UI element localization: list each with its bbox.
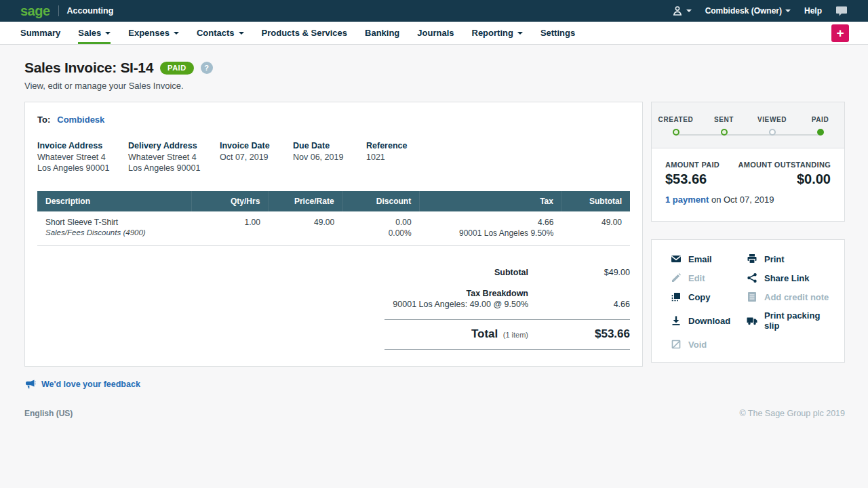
col-tax: Tax	[420, 191, 562, 211]
field-invoice-address: Invoice Address Whatever Street 4 Los An…	[37, 141, 128, 174]
download-action[interactable]: Download	[671, 310, 747, 331]
item-discount: 0.00 0.00%	[342, 211, 420, 245]
timeline-step-viewed: VIEWED	[748, 116, 796, 136]
add-credit-note-action[interactable]: Add credit note	[747, 291, 837, 302]
amount-paid-value: $53.66	[665, 171, 719, 187]
share-icon	[747, 272, 757, 283]
status-badge: PAID	[160, 62, 193, 75]
subtotal-value: $49.00	[528, 268, 630, 277]
email-action[interactable]: Email	[671, 253, 747, 264]
print-packing-slip-action[interactable]: Print packing slip	[747, 310, 837, 331]
credit-note-icon	[747, 291, 757, 302]
main-nav: Summary Sales Expenses Contacts Products…	[0, 22, 868, 45]
total-value: $53.66	[528, 327, 630, 341]
nav-item-summary[interactable]: Summary	[20, 22, 60, 44]
nav-item-contacts[interactable]: Contacts	[197, 22, 244, 44]
invoice-fields: Invoice Address Whatever Street 4 Los An…	[37, 141, 630, 174]
language-selector[interactable]: English (US)	[24, 409, 73, 418]
edit-action[interactable]: Edit	[671, 272, 747, 283]
megaphone-icon	[24, 379, 36, 390]
chevron-down-icon	[239, 32, 244, 35]
nav-item-sales[interactable]: Sales	[78, 22, 111, 44]
tax-breakdown-line: 90001 Los Angeles: 49.00 @ 9.50%	[384, 300, 528, 309]
to-label: To:	[37, 115, 50, 125]
feedback-link[interactable]: We'd love your feedback	[24, 379, 845, 390]
feedback-text: We'd love your feedback	[41, 380, 140, 389]
copy-action[interactable]: Copy	[671, 291, 747, 302]
timeline-connector	[676, 134, 820, 136]
question-icon[interactable]: ?	[201, 62, 213, 74]
field-invoice-date: Invoice Date Oct 07, 2019	[220, 141, 293, 174]
product-name: Accounting	[67, 6, 114, 16]
divider	[58, 5, 59, 16]
item-subtotal: 49.00	[561, 211, 630, 245]
timeline-step-created: CREATED	[652, 116, 700, 136]
envelope-icon	[671, 253, 682, 264]
col-price: Price/Rate	[269, 191, 342, 211]
col-description: Description	[37, 191, 191, 211]
tax-breakdown-label: Tax Breakdown	[384, 289, 528, 298]
item-qty: 1.00	[191, 211, 269, 245]
void-icon	[671, 339, 682, 350]
totals-section: Subtotal $49.00 Tax Breakdown 90001 Los …	[384, 268, 630, 350]
customer-link[interactable]: Combidesk	[57, 115, 104, 125]
printer-icon	[747, 253, 757, 264]
col-subtotal: Subtotal	[561, 191, 630, 211]
share-link-action[interactable]: Share Link	[747, 272, 837, 283]
step-circle	[721, 129, 728, 136]
field-delivery-address: Delivery Address Whatever Street 4 Los A…	[128, 141, 220, 174]
amounts-section: AMOUNT PAID $53.66 AMOUNT OUTSTANDING $0…	[652, 148, 844, 221]
item-ledger: Sales/Fees Discounts (4900)	[45, 228, 183, 239]
amount-paid-label: AMOUNT PAID	[665, 161, 719, 169]
line-items-table: Description Qty/Hrs Price/Rate Discount …	[37, 191, 630, 245]
nav-item-journals[interactable]: Journals	[417, 22, 454, 44]
create-new-button[interactable]: +	[831, 24, 849, 42]
page-subtitle: View, edit or manage your Sales Invoice.	[24, 81, 845, 91]
nav-item-expenses[interactable]: Expenses	[128, 22, 179, 44]
step-circle	[769, 129, 776, 136]
print-action[interactable]: Print	[747, 253, 837, 264]
field-reference: Reference 1021	[366, 141, 630, 174]
item-price: 49.00	[269, 211, 342, 245]
payment-link[interactable]: 1 payment	[665, 195, 709, 205]
nav-item-reporting[interactable]: Reporting	[472, 22, 523, 44]
user-icon	[672, 5, 683, 16]
amount-outstanding-value: $0.00	[738, 171, 831, 187]
item-tax: 4.66 90001 Los Angeles 9.50%	[420, 211, 562, 245]
help-link[interactable]: Help	[804, 6, 822, 16]
item-description: Short Sleeve T-Shirt	[45, 217, 183, 228]
status-card: CREATED SENT VIEWED PAID	[651, 102, 845, 222]
user-menu[interactable]	[672, 5, 692, 16]
tax-value: 4.66	[528, 300, 630, 309]
col-discount: Discount	[342, 191, 420, 211]
chevron-down-icon	[785, 9, 791, 12]
nav-item-banking[interactable]: Banking	[365, 22, 399, 44]
chevron-down-icon	[517, 32, 523, 35]
truck-icon	[747, 315, 757, 326]
copyright-text: © The Sage Group plc 2019	[739, 409, 845, 418]
page-footer: English (US) © The Sage Group plc 2019	[24, 409, 845, 418]
download-icon	[671, 315, 682, 326]
payment-date: on Oct 07, 2019	[709, 195, 774, 205]
total-items-count: (1 item)	[503, 331, 528, 339]
chevron-down-icon	[105, 32, 111, 35]
timeline-step-paid: PAID	[796, 116, 844, 136]
divider	[384, 349, 630, 350]
table-header-row: Description Qty/Hrs Price/Rate Discount …	[37, 191, 630, 211]
nav-item-settings[interactable]: Settings	[540, 22, 575, 44]
topbar: sage Accounting Combidesk (Owner) Help	[0, 0, 868, 22]
chat-bubble-icon[interactable]	[835, 5, 848, 17]
nav-item-products-services[interactable]: Products & Services	[262, 22, 347, 44]
pencil-icon	[671, 272, 682, 283]
account-name: Combidesk (Owner)	[705, 6, 782, 16]
account-menu[interactable]: Combidesk (Owner)	[705, 6, 791, 16]
step-circle	[673, 129, 679, 136]
actions-card: Email Print Edit Share Link Copy	[651, 239, 845, 363]
col-qty: Qty/Hrs	[191, 191, 269, 211]
copy-icon	[671, 291, 682, 302]
page-title: Sales Invoice: SI-14	[24, 60, 153, 76]
invoice-card: To: Combidesk Invoice Address Whatever S…	[24, 102, 643, 367]
sage-logo[interactable]: sage	[20, 4, 50, 18]
void-action[interactable]: Void	[671, 339, 747, 350]
amount-outstanding-label: AMOUNT OUTSTANDING	[738, 161, 831, 169]
